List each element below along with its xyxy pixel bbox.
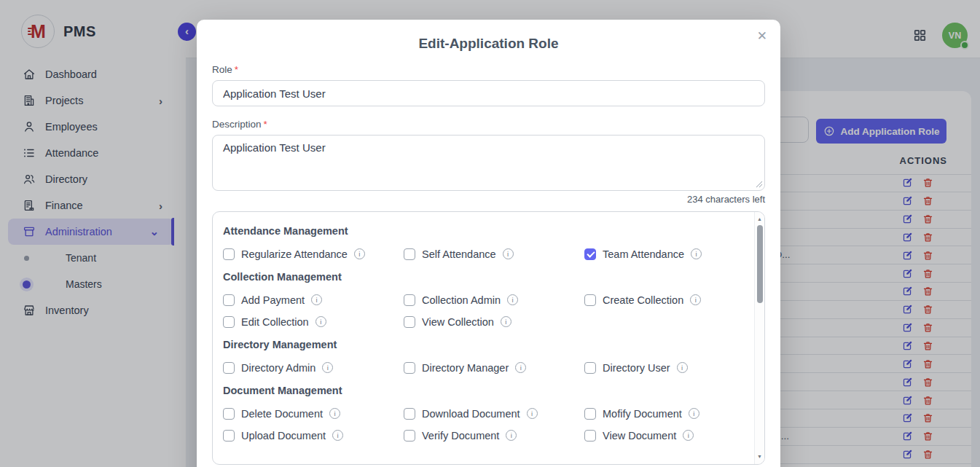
permission-label: Add Payment [241,294,305,306]
permission-item[interactable]: Collection Admini [404,292,584,307]
permission-label: Mofify Document [603,408,682,420]
info-icon[interactable]: i [501,316,511,327]
characters-left-counter: 234 characters left [212,194,765,205]
info-icon[interactable]: i [332,430,343,441]
permission-section-title: Attendance Management [223,225,754,237]
permission-item[interactable]: View Documenti [584,428,754,443]
checkbox-unchecked[interactable] [404,430,415,442]
permission-grid: Add PaymentiCollection AdminiCreate Coll… [223,292,754,329]
permission-item[interactable]: Delete Documenti [223,406,404,421]
checkbox-unchecked[interactable] [404,316,415,328]
permission-section: Document ManagementDelete DocumentiDownl… [223,385,754,443]
info-icon[interactable]: i [506,430,517,441]
role-input[interactable] [212,80,765,106]
permission-item[interactable]: Create Collectioni [584,292,754,307]
role-field-label: Role* [212,64,765,75]
required-mark: * [235,64,238,75]
description-textarea[interactable]: Application Test User [212,135,765,191]
description-field-label: Description* [212,119,765,130]
permission-item[interactable]: Directory Admini [223,360,404,375]
permission-item[interactable]: Directory Useri [584,360,754,375]
checkbox-unchecked[interactable] [404,248,415,260]
info-icon[interactable]: i [527,408,538,419]
edit-application-role-modal: ✕ Edit-Application Role Role* Descriptio… [197,20,780,467]
permission-item[interactable]: Add Paymenti [223,292,404,307]
permission-grid: Directory AdminiDirectory ManageriDirect… [223,360,754,375]
checkbox-unchecked[interactable] [404,294,415,306]
permission-item[interactable]: Directory Manageri [404,360,584,375]
scroll-up-icon[interactable]: ▲ [755,213,764,224]
permissions-scroll-area: Attendance ManagementRegularize Attendan… [213,212,754,464]
scrollbar-thumb[interactable] [757,225,763,303]
checkbox-unchecked[interactable] [223,248,235,260]
permission-item[interactable]: Upload Documenti [223,428,404,443]
permission-section-title: Directory Management [223,339,754,350]
permission-label: Delete Document [241,408,323,420]
checkbox-unchecked[interactable] [223,362,235,374]
modal-title: Edit-Application Role [212,36,765,52]
permission-label: Self Attendance [422,248,496,260]
permission-item[interactable]: Verify Documenti [404,428,584,443]
permission-section-title: Collection Management [223,271,754,283]
info-icon[interactable]: i [315,316,326,327]
info-icon[interactable]: i [322,362,333,373]
checkbox-unchecked[interactable] [223,430,235,442]
info-icon[interactable]: i [329,408,340,419]
permission-item[interactable]: Edit Collectioni [223,314,404,329]
permission-grid: Delete DocumentiDownload DocumentiMofify… [223,406,754,443]
description-area-wrap: Application Test User [212,135,765,191]
permission-label: Create Collection [603,294,683,306]
checkbox-unchecked[interactable] [223,294,235,306]
permissions-panel: Attendance ManagementRegularize Attendan… [212,211,765,465]
checkbox-unchecked[interactable] [584,430,596,442]
permission-label: View Collection [422,316,494,328]
info-icon[interactable]: i [354,248,365,259]
permission-item[interactable]: Regularize Attendancei [223,246,404,262]
permission-label: View Document [603,430,676,442]
permission-label: Upload Document [241,430,326,442]
info-icon[interactable]: i [503,248,514,259]
checkbox-unchecked[interactable] [404,362,415,374]
required-mark: * [264,119,267,130]
permission-item[interactable]: Mofify Documenti [584,406,754,421]
permission-section: Attendance ManagementRegularize Attendan… [223,225,754,262]
permission-section-title: Document Management [223,385,754,396]
close-icon[interactable]: ✕ [757,30,767,42]
info-icon[interactable]: i [690,294,701,305]
permission-section: Collection ManagementAdd PaymentiCollect… [223,271,754,329]
checkbox-unchecked[interactable] [584,294,596,306]
permission-label: Edit Collection [241,316,309,328]
permission-section: Directory ManagementDirectory AdminiDire… [223,339,754,375]
permission-label: Regularize Attendance [241,248,348,260]
info-icon[interactable]: i [311,294,322,305]
permission-label: Directory Manager [422,362,509,374]
permission-label: Directory Admin [241,362,315,374]
checkbox-unchecked[interactable] [223,408,235,420]
permission-grid: Regularize AttendanceiSelf AttendanceiTe… [223,246,754,262]
checkbox-unchecked[interactable] [404,408,415,420]
permission-label: Collection Admin [422,294,501,306]
permission-label: Download Document [422,408,520,420]
info-icon[interactable]: i [677,362,688,373]
checkbox-unchecked[interactable] [584,408,596,420]
permission-label: Verify Document [422,430,499,442]
permission-label: Team Attendance [603,248,684,260]
info-icon[interactable]: i [507,294,518,305]
info-icon[interactable]: i [691,248,702,259]
permission-item[interactable]: Download Documenti [404,406,584,421]
permission-item[interactable]: Team Attendancei [584,246,754,262]
checkbox-checked[interactable] [584,248,596,260]
checkbox-unchecked[interactable] [584,362,596,374]
checkbox-unchecked[interactable] [223,316,235,328]
permission-item[interactable]: View Collectioni [404,314,584,329]
permission-label: Directory User [603,362,670,374]
info-icon[interactable]: i [689,408,699,419]
scroll-down-icon[interactable]: ▼ [755,451,764,461]
info-icon[interactable]: i [515,362,526,373]
permission-item[interactable]: Self Attendancei [404,246,584,262]
info-icon[interactable]: i [683,430,694,441]
permissions-scrollbar[interactable]: ▲ ▼ [754,212,764,464]
